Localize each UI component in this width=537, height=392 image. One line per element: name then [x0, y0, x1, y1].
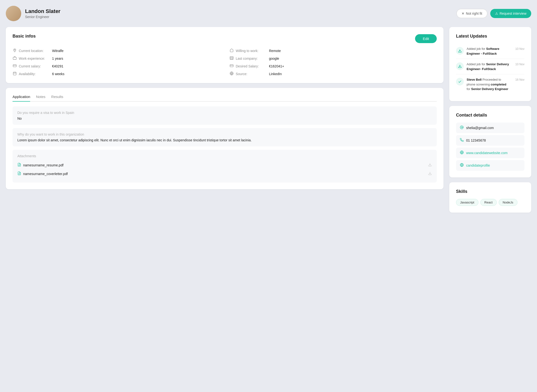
location-label: Current location: — [19, 49, 50, 53]
source-value: LinkedIn — [269, 72, 282, 76]
update-item-1: Added job for Software Engineer - FullSt… — [456, 44, 524, 59]
basic-infos-title: Basic infos — [13, 34, 36, 39]
header-actions: ✕ Not right fit ⚠ Request interview — [456, 9, 531, 18]
candidate-identity: Landon Slater Senior Engineer — [6, 6, 60, 21]
attachment-name-resume: namesurname_resume.pdf — [17, 163, 63, 168]
attachment-row-resume: namesurname_resume.pdf — [17, 161, 432, 170]
candidate-info: Landon Slater Senior Engineer — [25, 8, 60, 19]
page-header: Landon Slater Senior Engineer ✕ Not righ… — [6, 6, 531, 21]
info-row-source: Source: LinkedIn — [229, 72, 437, 76]
email-icon — [460, 125, 464, 130]
latest-updates-title: Latest Updates — [456, 34, 524, 39]
willing-value: Remote — [269, 49, 281, 53]
salary-label: Current salary: — [19, 64, 50, 68]
file-icon-resume — [17, 163, 21, 168]
info-row-salary: Current salary: €40291 — [13, 64, 220, 69]
qa-block-org: Why do you want to work in this organiza… — [13, 128, 437, 146]
skills-list: Javascript React NodeJs — [456, 199, 524, 206]
svg-rect-4 — [13, 72, 16, 75]
contact-website-value[interactable]: www.candidatewebsite.com — [466, 151, 508, 155]
contact-details-title: Contact details — [456, 113, 524, 118]
contact-phone-value: 01 12345678 — [466, 138, 486, 142]
contact-item-website: www.candidatewebsite.com — [456, 148, 524, 158]
info-row-willing: Willing to work: Remote — [229, 48, 437, 53]
update-list: Added job for Software Engineer - FullSt… — [456, 44, 524, 94]
qa-block-visa: Do you require a visa to work in Spain N… — [13, 106, 437, 125]
update-date-3: 16 Nov — [515, 78, 524, 81]
application-card: Application Notes Results Do you require… — [6, 88, 443, 189]
experience-label: Work experience: — [19, 57, 50, 60]
application-tabs: Application Notes Results — [13, 95, 437, 102]
willing-icon — [229, 48, 234, 53]
qa-question-visa: Do you require a visa to work in Spain — [17, 111, 432, 115]
candidate-name: Landon Slater — [25, 8, 60, 14]
willing-label: Willing to work: — [236, 49, 267, 53]
svg-rect-2 — [13, 65, 16, 67]
basic-infos-header: Basic infos Edit — [13, 34, 437, 44]
svg-point-24 — [461, 127, 462, 128]
update-item-2: Added job for Senior Delivery Engineer- … — [456, 59, 524, 74]
info-row-last-company: Last company: google — [229, 56, 437, 61]
download-icon-coverletter[interactable] — [428, 171, 432, 176]
update-item-3: Steve Bell Proceeded to phone screening … — [456, 74, 524, 94]
desired-salary-icon — [229, 64, 234, 69]
last-company-label: Last company: — [236, 57, 267, 60]
company-icon — [229, 56, 234, 61]
info-row-location: Current location: Witralfe — [13, 48, 220, 53]
request-interview-button[interactable]: ⚠ Request interview — [490, 9, 531, 18]
skill-nodejs: NodeJs — [499, 199, 517, 206]
attachment-row-coverletter: namesurname_coverletter.pdf — [17, 170, 432, 178]
info-left-fields: Current location: Witralfe Work experien… — [13, 48, 220, 76]
info-grid: Current location: Witralfe Work experien… — [13, 48, 437, 76]
contact-profile-value[interactable]: candidateprofile — [466, 163, 490, 167]
download-icon-resume[interactable] — [428, 163, 432, 168]
svg-rect-1 — [13, 57, 16, 59]
skill-react: React — [480, 199, 497, 206]
basic-infos-card: Basic infos Edit Current location: Witra… — [6, 27, 443, 83]
last-company-value: google — [269, 57, 279, 60]
skills-title: Skills — [456, 189, 524, 194]
update-text-2: Added job for Senior Delivery Engineer- … — [467, 62, 510, 71]
phone-icon — [460, 138, 464, 143]
info-right-fields: Willing to work: Remote Last company: go… — [229, 48, 437, 76]
update-text-3: Steve Bell Proceeded to phone screening … — [467, 77, 510, 91]
update-text-1: Added job for Software Engineer - FullSt… — [467, 46, 510, 56]
not-right-fit-button[interactable]: ✕ Not right fit — [456, 9, 487, 18]
contact-item-profile: candidateprofile — [456, 160, 524, 171]
attachment-name-coverletter: namesurname_coverletter.pdf — [17, 171, 68, 176]
website-icon — [460, 150, 464, 155]
left-column: Basic infos Edit Current location: Witra… — [6, 27, 443, 189]
update-date-2: 10 Nov — [515, 63, 524, 66]
update-content-2: Added job for Senior Delivery Engineer- … — [467, 62, 510, 71]
file-icon-coverletter — [17, 171, 21, 176]
attachments-block: Attachments namesurname_resume.pdf — [13, 150, 437, 183]
tab-results[interactable]: Results — [51, 95, 63, 102]
tab-application[interactable]: Application — [13, 95, 30, 102]
attachments-title: Attachments — [17, 154, 432, 158]
right-column: Latest Updates Added job for Software En… — [449, 27, 531, 213]
contact-item-email: shelia@gmail.com — [456, 123, 524, 133]
tab-notes[interactable]: Notes — [36, 95, 45, 102]
update-content-1: Added job for Software Engineer - FullSt… — [467, 46, 510, 56]
svg-rect-12 — [230, 65, 233, 67]
qa-answer-org: Lorem ipsum dolor sit amet, consectetur … — [17, 138, 432, 142]
update-icon-3 — [456, 78, 464, 85]
availability-value: 6 weeks — [52, 72, 64, 76]
latest-updates-card: Latest Updates Added job for Software En… — [449, 27, 531, 101]
availability-label: Availability: — [19, 72, 50, 76]
update-date-1: 10 Nov — [515, 47, 524, 51]
source-icon — [229, 72, 234, 76]
svg-rect-8 — [230, 57, 233, 59]
main-layout: Basic infos Edit Current location: Witra… — [6, 27, 531, 213]
qa-question-org: Why do you want to work in this organiza… — [17, 132, 432, 136]
svg-point-0 — [14, 49, 15, 50]
contact-details-card: Contact details shelia@gmail.com 01 1234… — [449, 106, 531, 177]
source-label: Source: — [236, 72, 267, 76]
skill-javascript: Javascript — [456, 199, 478, 206]
update-icon-2 — [456, 62, 464, 70]
availability-icon — [13, 72, 17, 76]
edit-button[interactable]: Edit — [415, 34, 437, 43]
info-row-experience: Work experience: 1 years — [13, 56, 220, 61]
alert-icon: ⚠ — [495, 12, 498, 15]
qa-answer-visa: No — [17, 117, 432, 120]
